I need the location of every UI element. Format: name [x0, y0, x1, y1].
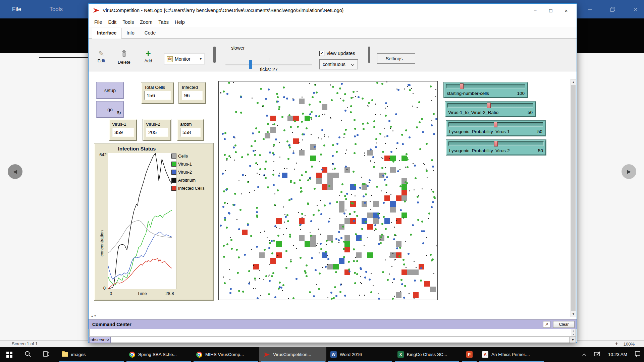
chevron-up-icon[interactable] [582, 352, 587, 358]
add-widget-button[interactable]: + Add [138, 50, 158, 63]
zoom-in-button[interactable]: + [615, 341, 618, 347]
world-agent [283, 129, 285, 131]
delete-widget-button[interactable]: Delete [114, 50, 134, 65]
slider-virus-ratio[interactable]: Virus-1_to_Virus-2_Ratio 50 [445, 102, 536, 117]
maximize-icon[interactable]: □ [543, 4, 558, 17]
interface-vertical-scrollbar[interactable]: ▲ ▼ [571, 79, 576, 317]
splitter-up-icon[interactable]: ▲ [91, 315, 94, 317]
world-agent [290, 126, 292, 128]
world-agent [403, 297, 405, 299]
taskbar-item-mihs-viruscomp[interactable]: MIHS VirusComp... [192, 347, 259, 362]
slider-groove[interactable] [446, 84, 525, 88]
slider-lysogenic-probability-virus-1[interactable]: Lysogenic_Probability_Virus-1 50 [446, 121, 545, 136]
pen-icon[interactable] [594, 351, 601, 358]
slider-groove[interactable] [447, 103, 533, 108]
speed-slider[interactable] [225, 64, 312, 65]
slider-groove[interactable] [448, 141, 544, 146]
taskbar-item-powerpoint[interactable]: P [461, 347, 478, 362]
settings-button[interactable]: Settings... [377, 53, 415, 64]
update-mode-dropdown[interactable]: continuous [319, 59, 358, 69]
bg-menu-file[interactable]: File [8, 6, 25, 13]
menu-file[interactable]: File [91, 18, 105, 26]
bg-close-icon[interactable] [631, 4, 641, 14]
view-updates-checkbox[interactable]: ✓ [319, 51, 324, 56]
scroll-down-icon[interactable]: ▼ [571, 311, 576, 317]
world-agent [324, 134, 325, 135]
world-agent [375, 114, 376, 115]
bg-minimize-icon[interactable] [585, 4, 595, 14]
world-agent [369, 279, 371, 281]
world-agent [285, 250, 287, 252]
taskbar-item-word[interactable]: W Word 2016 [326, 347, 393, 362]
zoom-level-label[interactable]: 100% [624, 342, 635, 347]
monitor-infected: Infected 96 [179, 82, 206, 104]
scroll-down-icon[interactable]: ▼ [571, 334, 576, 336]
world-patch [396, 241, 401, 247]
world-agent [431, 259, 433, 261]
taskbar-item-excel[interactable]: X KingCo Chess SC... [393, 347, 461, 362]
netlogo-logo-icon [93, 8, 100, 13]
slider-thumb[interactable] [494, 122, 497, 127]
command-center-output[interactable]: ▲ ▼ [89, 329, 576, 337]
command-input[interactable] [111, 337, 570, 343]
world-agent [265, 275, 267, 277]
slider-starting-number-cells[interactable]: starting-number-cells 100 [444, 82, 528, 98]
command-center-expand-button[interactable]: ↗ [543, 321, 550, 328]
menu-zoom[interactable]: Zoom [137, 18, 155, 26]
world-patch [430, 287, 436, 292]
taskbar-item-ethics-primer[interactable]: A An Ethics Primer.... [478, 347, 545, 362]
edit-widget-button[interactable]: ✎ Edit [91, 50, 111, 63]
slider-thumb[interactable] [460, 83, 464, 89]
bg-menu-tools[interactable]: Tools [45, 6, 67, 13]
tab-code[interactable]: Code [140, 28, 161, 38]
bg-restore-icon[interactable] [608, 4, 618, 14]
taskbar-item-viruscompetition[interactable]: VirusCompetition... [259, 347, 326, 362]
taskbar-item-images[interactable]: images [58, 347, 125, 362]
world-agent [271, 240, 273, 242]
task-view-button[interactable] [37, 347, 55, 362]
menu-tools[interactable]: Tools [119, 18, 137, 26]
world-agent [275, 138, 277, 140]
close-icon[interactable]: × [558, 4, 574, 17]
widget-type-dropdown[interactable]: abc Monitor ▼ [164, 54, 205, 64]
netlogo-titlebar[interactable]: VirusCompetition - NetLogo {C:\Users\lar… [89, 4, 577, 17]
observer-prompt[interactable]: observer> [89, 337, 111, 343]
slider-lysogenic-probability-virus-2[interactable]: Lysogenic_Probability_Virus-2 50 [446, 140, 546, 155]
world-agent [354, 135, 356, 137]
taskbar-item-spring-sba[interactable]: Spring SBA Sche... [125, 347, 192, 362]
menu-edit[interactable]: Edit [105, 18, 119, 26]
command-history-dropdown[interactable]: ▼ [570, 337, 576, 343]
output-scrollbar[interactable]: ▲ ▼ [571, 329, 576, 336]
menu-help[interactable]: Help [172, 18, 188, 26]
slider-groove[interactable] [448, 122, 543, 127]
scrollbar-thumb[interactable] [571, 85, 576, 311]
scroll-up-icon[interactable]: ▲ [571, 79, 576, 85]
go-button[interactable]: go ↻ [97, 102, 123, 118]
world-agent [423, 163, 424, 164]
scroll-up-icon[interactable]: ▲ [571, 330, 576, 332]
world-agent [238, 180, 239, 181]
slider-thumb[interactable] [494, 141, 498, 146]
notification-icon[interactable] [635, 351, 641, 358]
splitter-arrows[interactable]: ▲▼ [91, 315, 97, 317]
clear-button[interactable]: Clear [553, 321, 575, 328]
setup-button[interactable]: setup [97, 82, 123, 99]
tab-info[interactable]: Info [121, 28, 139, 38]
world-agent [396, 88, 397, 89]
previous-slide-button[interactable]: ◀ [8, 164, 22, 179]
splitter-down-icon[interactable]: ▼ [94, 315, 97, 317]
world-agent [413, 163, 414, 164]
clock[interactable]: 10:23 AM [608, 352, 627, 357]
menu-tabs[interactable]: Tabs [155, 18, 172, 26]
next-slide-button[interactable]: ▶ [622, 164, 636, 179]
slider-thumb[interactable] [487, 103, 491, 108]
zoom-slider[interactable] [556, 344, 609, 344]
world-agent [275, 205, 276, 206]
world-agent [362, 98, 364, 100]
minimize-icon[interactable]: − [528, 4, 543, 17]
world-agent [379, 133, 381, 135]
tab-interface[interactable]: Interface [92, 28, 121, 39]
simulation-world-view[interactable] [218, 81, 438, 300]
start-button[interactable] [0, 347, 18, 362]
search-button[interactable] [18, 347, 37, 362]
